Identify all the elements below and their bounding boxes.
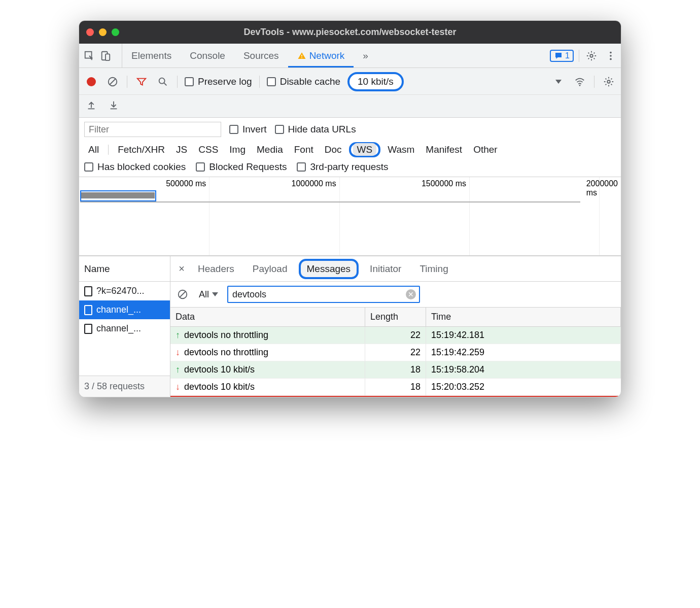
messages-th-data[interactable]: Data bbox=[170, 308, 365, 327]
type-filter-font[interactable]: Font bbox=[290, 143, 318, 156]
type-filter-img[interactable]: Img bbox=[225, 143, 250, 156]
main-tabs-row: Elements Console Sources Network » 1 bbox=[79, 44, 621, 68]
clear-filter-icon[interactable]: ✕ bbox=[406, 289, 416, 299]
type-filters: All Fetch/XHR JS CSS Img Media Font Doc … bbox=[84, 142, 616, 157]
close-window-button[interactable] bbox=[86, 28, 94, 36]
request-list: Name ?k=62470... channel_... channel_...… bbox=[79, 256, 170, 397]
har-toolbar bbox=[79, 95, 621, 118]
message-row-time: 15:19:42.259 bbox=[426, 344, 621, 361]
message-row-data[interactable]: ↑devtools no throttling bbox=[170, 327, 365, 344]
svg-point-5 bbox=[590, 54, 593, 57]
preserve-log-checkbox[interactable]: Preserve log bbox=[185, 76, 252, 87]
minimize-window-button[interactable] bbox=[99, 28, 107, 36]
detail-tab-headers[interactable]: Headers bbox=[189, 256, 243, 281]
type-filter-js[interactable]: JS bbox=[172, 143, 191, 156]
settings-gear-icon[interactable] bbox=[584, 49, 599, 63]
message-row-time: 15:19:42.181 bbox=[426, 327, 621, 344]
message-row-data[interactable]: ↑devtools 10 kbit/s bbox=[170, 361, 365, 379]
messages-filter-input[interactable]: devtools ✕ bbox=[227, 286, 420, 303]
svg-point-6 bbox=[610, 51, 612, 53]
request-row[interactable]: ?k=62470... bbox=[79, 282, 170, 300]
device-toolbar-icon[interactable] bbox=[98, 49, 113, 63]
arrow-up-icon: ↑ bbox=[176, 330, 180, 341]
type-filter-ws[interactable]: WS bbox=[353, 143, 377, 156]
blocked-requests-checkbox[interactable]: Blocked Requests bbox=[196, 161, 287, 173]
type-filter-doc[interactable]: Doc bbox=[321, 143, 346, 156]
zoom-window-button[interactable] bbox=[112, 28, 119, 36]
type-filter-wasm[interactable]: Wasm bbox=[383, 143, 418, 156]
record-button[interactable] bbox=[84, 75, 98, 89]
type-filter-fetch-xhr[interactable]: Fetch/XHR bbox=[114, 143, 169, 156]
inspect-element-icon[interactable] bbox=[82, 49, 96, 63]
warning-icon bbox=[297, 51, 306, 60]
export-har-icon[interactable] bbox=[107, 98, 121, 112]
svg-line-10 bbox=[110, 79, 116, 85]
type-filter-manifest[interactable]: Manifest bbox=[422, 143, 466, 156]
blocked-requests-label: Blocked Requests bbox=[209, 161, 287, 173]
filter-icon[interactable] bbox=[134, 75, 149, 89]
svg-rect-4 bbox=[301, 57, 302, 58]
detail-tab-initiator[interactable]: Initiator bbox=[361, 256, 410, 281]
network-conditions-icon[interactable] bbox=[573, 75, 587, 89]
tab-sources[interactable]: Sources bbox=[234, 44, 288, 67]
blocked-cookies-checkbox[interactable]: Has blocked cookies bbox=[84, 161, 186, 173]
timeline-activity-bar bbox=[81, 192, 155, 198]
network-settings-gear-icon[interactable] bbox=[602, 75, 616, 89]
file-icon bbox=[84, 286, 92, 296]
tab-elements[interactable]: Elements bbox=[122, 44, 181, 67]
messages-th-time[interactable]: Time bbox=[426, 308, 621, 327]
disable-cache-checkbox[interactable]: Disable cache bbox=[267, 76, 340, 87]
request-row[interactable]: channel_... bbox=[79, 300, 170, 319]
svg-rect-2 bbox=[106, 54, 110, 60]
arrow-down-icon: ↓ bbox=[176, 347, 180, 358]
detail-tab-timing[interactable]: Timing bbox=[410, 256, 457, 281]
svg-line-12 bbox=[164, 83, 167, 86]
timeline-overview[interactable]: 500000 ms 1000000 ms 1500000 ms 2000000 … bbox=[79, 177, 621, 256]
message-type-select[interactable]: All bbox=[195, 288, 222, 301]
type-filter-other[interactable]: Other bbox=[469, 143, 502, 156]
tab-network[interactable]: Network bbox=[288, 44, 354, 67]
invert-label: Invert bbox=[242, 124, 267, 135]
detail-tab-payload[interactable]: Payload bbox=[243, 256, 297, 281]
invert-checkbox[interactable]: Invert bbox=[229, 124, 267, 135]
request-row[interactable]: channel_... bbox=[79, 319, 170, 338]
request-name: ?k=62470... bbox=[96, 286, 145, 296]
table-end-marker bbox=[170, 396, 621, 397]
type-filter-all[interactable]: All bbox=[84, 143, 103, 156]
throttling-selector[interactable]: 10 kbit/s bbox=[347, 72, 404, 91]
filter-input[interactable] bbox=[84, 122, 221, 137]
preserve-log-label: Preserve log bbox=[198, 76, 252, 87]
search-icon[interactable] bbox=[156, 75, 170, 89]
arrow-up-icon: ↑ bbox=[176, 364, 180, 375]
message-row-time: 15:20:03.252 bbox=[426, 379, 621, 396]
messages-th-length[interactable]: Length bbox=[365, 308, 426, 327]
request-name: channel_... bbox=[96, 323, 141, 334]
type-filter-css[interactable]: CSS bbox=[194, 143, 222, 156]
timeline-baseline bbox=[80, 201, 580, 202]
request-list-header: Name bbox=[79, 256, 170, 282]
type-filter-media[interactable]: Media bbox=[253, 143, 287, 156]
kebab-menu-icon[interactable] bbox=[604, 49, 618, 63]
message-row-data[interactable]: ↓devtools no throttling bbox=[170, 344, 365, 361]
hide-data-urls-checkbox[interactable]: Hide data URLs bbox=[275, 124, 356, 135]
clear-messages-icon[interactable] bbox=[176, 287, 190, 301]
message-data: devtools 10 kbit/s bbox=[184, 364, 255, 375]
tab-console[interactable]: Console bbox=[181, 44, 234, 67]
svg-point-11 bbox=[159, 78, 165, 84]
request-name: channel_... bbox=[96, 305, 141, 315]
messages-filter-row: All devtools ✕ bbox=[170, 282, 621, 308]
detail-tab-messages[interactable]: Messages bbox=[304, 263, 354, 275]
file-icon bbox=[84, 305, 92, 315]
third-party-label: 3rd-party requests bbox=[310, 161, 388, 173]
request-count-footer: 3 / 58 requests bbox=[79, 376, 170, 397]
close-detail-icon[interactable]: × bbox=[174, 262, 189, 276]
clear-button[interactable] bbox=[106, 75, 120, 89]
third-party-checkbox[interactable]: 3rd-party requests bbox=[297, 161, 388, 173]
more-tabs-button[interactable]: » bbox=[354, 44, 377, 67]
import-har-icon[interactable] bbox=[84, 98, 98, 112]
issues-badge[interactable]: 1 bbox=[550, 50, 574, 62]
svg-point-7 bbox=[610, 55, 612, 57]
throttling-dropdown-icon[interactable] bbox=[551, 75, 566, 89]
message-data: devtools no throttling bbox=[184, 347, 268, 358]
message-row-data[interactable]: ↓devtools 10 kbit/s bbox=[170, 379, 365, 396]
